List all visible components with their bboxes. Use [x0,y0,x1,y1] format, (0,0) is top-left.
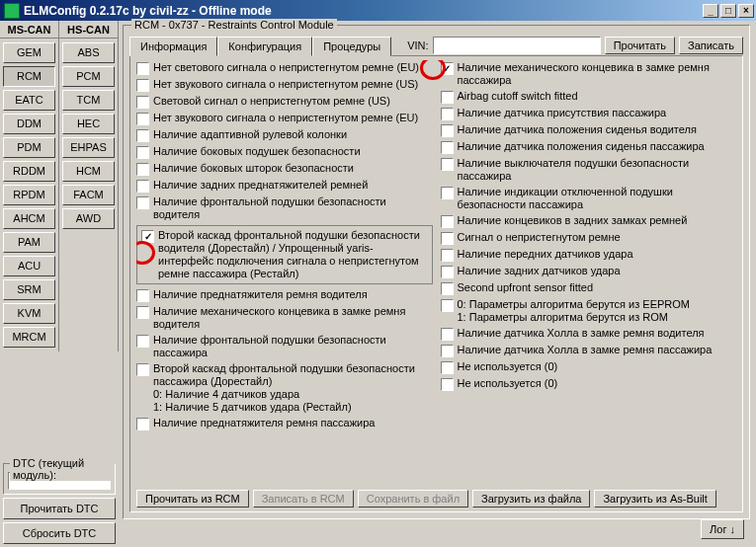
config-option[interactable]: Наличие датчика присутствия пассажира [441,106,737,121]
checkbox[interactable] [441,108,454,120]
read-from-rcm-button[interactable]: Прочитать из RCM [136,490,249,508]
checkbox[interactable] [136,363,149,376]
mscan-item-acu[interactable]: ACU [3,256,55,276]
log-toggle-button[interactable]: Лог ↓ [701,519,744,539]
config-option[interactable]: Наличие боковых подушек безопасности [136,144,433,160]
checkbox[interactable] [441,141,454,154]
config-option[interactable]: Наличие механического концевика в замке … [441,60,737,88]
config-option[interactable]: Не используется (0) [441,359,737,375]
checkbox[interactable] [141,230,154,243]
mscan-item-mrcm[interactable]: MRCM [3,327,55,348]
tab-config[interactable]: Конфигурация [217,37,312,56]
config-option[interactable]: Не используется (0) [441,376,737,392]
checkbox[interactable] [441,187,454,199]
checkbox[interactable] [136,418,149,430]
clear-dtc-button[interactable]: Сбросить DTC [3,522,116,544]
checkbox[interactable] [441,345,454,357]
config-option[interactable]: Наличие индикации отключенной подушки бе… [441,185,737,212]
load-from-asbuilt-button[interactable]: Загрузить из As-Built [594,490,715,508]
mscan-item-ddm[interactable]: DDM [3,114,55,134]
checkbox[interactable] [441,215,454,228]
mscan-item-kvm[interactable]: KVM [3,303,55,324]
config-option[interactable]: Наличие датчика Холла в замке ремня води… [441,326,737,342]
checkbox[interactable] [136,129,149,142]
hscan-item-hcm[interactable]: HCM [62,161,115,182]
mscan-item-ahcm[interactable]: AHCM [3,208,55,229]
config-option[interactable]: Второй каскад фронтальной подушки безопа… [136,225,433,284]
save-to-file-button[interactable]: Сохранить в файл [358,490,468,508]
hscan-item-hec[interactable]: HEC [62,114,115,134]
hscan-item-tcm[interactable]: TCM [62,90,115,111]
write-vin-button[interactable]: Записать [679,37,743,54]
hscan-item-ehpas[interactable]: EHPAS [62,137,115,158]
config-option[interactable]: Наличие фронтальной подушки безопасности… [136,195,433,222]
config-option[interactable]: Нет светового сигнала о непристегнутом р… [136,60,433,76]
checkbox[interactable] [136,113,149,125]
maximize-button[interactable]: □ [720,4,736,18]
mscan-item-eatc[interactable]: EATC [3,90,55,111]
config-option[interactable]: Наличие адаптивной рулевой колонки [136,127,433,143]
checkbox[interactable] [441,266,454,278]
checkbox[interactable] [441,299,454,312]
checkbox[interactable] [441,378,454,391]
config-option[interactable]: Наличие механического концевика в замке … [136,304,433,332]
read-dtc-button[interactable]: Прочитать DTC [3,498,116,519]
checkbox[interactable] [441,282,454,295]
mscan-item-pdm[interactable]: PDM [3,137,55,158]
checkbox[interactable] [136,196,149,209]
mscan-item-rddm[interactable]: RDDM [3,161,55,182]
config-option[interactable]: Световой сигнал о непристегнутом ремне (… [136,94,433,110]
checkbox[interactable] [136,146,149,159]
checkbox[interactable] [441,158,454,171]
mscan-item-gem[interactable]: GEM [3,42,55,63]
mscan-item-srm[interactable]: SRM [3,279,55,300]
checkbox[interactable] [441,249,454,262]
hscan-item-awd[interactable]: AWD [62,208,115,229]
config-option[interactable]: Наличие концевиков в задних замках ремне… [441,213,737,229]
config-option[interactable]: Нет звукового сигнала о непристегнутом р… [136,111,433,126]
vin-input[interactable] [433,37,601,54]
config-option[interactable]: 0: Параметры алгоритма берутся из EEPROM… [441,297,737,325]
config-option[interactable]: Нет звукового сигнала о непристегнутом р… [136,77,433,93]
config-option[interactable]: Second upfront sensor fitted [441,280,737,296]
write-to-rcm-button[interactable]: Записать в RCM [253,490,354,508]
config-option[interactable]: Наличие фронтальной подушки безопасности… [136,333,433,360]
config-option[interactable]: Сигнал о непристегнутом ремне [441,230,737,246]
mscan-item-pam[interactable]: PAM [3,232,55,253]
checkbox[interactable] [441,91,454,104]
checkbox[interactable] [136,79,149,92]
read-vin-button[interactable]: Прочитать [605,37,675,54]
config-option[interactable]: Наличие датчика Холла в замке ремня пасс… [441,343,737,358]
checkbox[interactable] [136,163,149,176]
config-option[interactable]: Наличие передних датчиков удара [441,247,737,263]
config-option[interactable]: Наличие задних датчиков удара [441,264,737,279]
tab-proc[interactable]: Процедуры [312,37,391,56]
checkbox[interactable] [136,306,149,319]
checkbox[interactable] [441,328,454,341]
mscan-item-rcm[interactable]: RCM [3,66,55,87]
close-button[interactable]: × [738,4,754,18]
config-option[interactable]: Второй каскад фронтальной подушки безопа… [136,361,433,415]
checkbox[interactable] [441,62,454,75]
checkbox[interactable] [441,232,454,245]
hscan-item-facm[interactable]: FACM [62,185,115,205]
config-option[interactable]: Наличие преднатяжителя ремня пассажира [136,416,433,431]
checkbox[interactable] [441,124,454,137]
config-option[interactable]: Наличие датчика положения сиденья пассаж… [441,139,737,155]
config-option[interactable]: Наличие боковых шторок безопасности [136,161,433,177]
checkbox[interactable] [136,96,149,109]
checkbox[interactable] [441,361,454,374]
checkbox[interactable] [136,180,149,193]
config-option[interactable]: Наличие выключателя подушки безопасности… [441,156,737,184]
config-option[interactable]: Наличие задних преднатяжителей ремней [136,178,433,194]
config-option[interactable]: Наличие преднатяжителя ремня водителя [136,287,433,303]
checkbox[interactable] [136,289,149,302]
load-from-file-button[interactable]: Загрузить из файла [472,490,590,508]
minimize-button[interactable]: _ [703,4,718,18]
config-option[interactable]: Airbag cutoff switch fitted [441,89,737,105]
mscan-item-rpdm[interactable]: RPDM [3,185,55,205]
config-option[interactable]: Наличие датчика положения сиденья водите… [441,122,737,138]
hscan-item-abs[interactable]: ABS [62,42,115,63]
checkbox[interactable] [136,62,149,75]
tab-info[interactable]: Информация [129,37,217,56]
